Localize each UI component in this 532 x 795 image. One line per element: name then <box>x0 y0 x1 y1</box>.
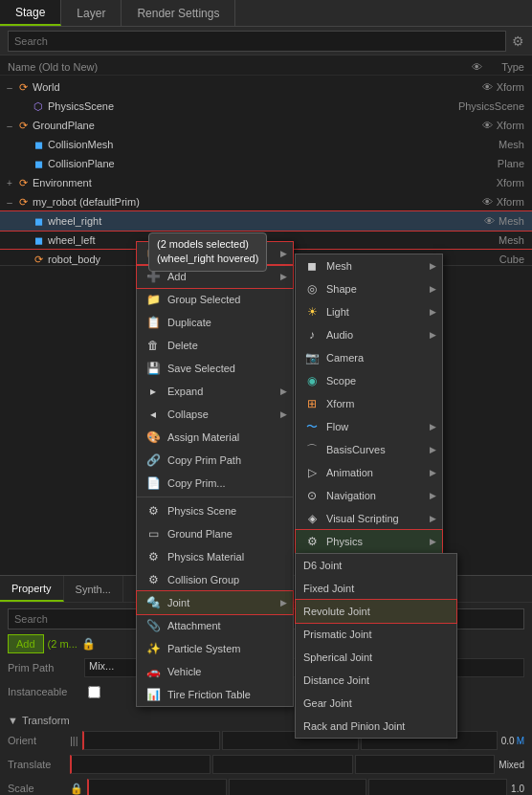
animation-icon: ▷ <box>303 466 321 479</box>
submenu-add-shape[interactable]: ◎ Shape <box>296 277 442 300</box>
eye-icon[interactable]: 👁 <box>482 81 493 93</box>
ctx-tire-friction[interactable]: 📊 Tire Friction Table <box>137 683 293 706</box>
translate-label: Translate <box>8 759 70 770</box>
tab-render-settings[interactable]: Render Settings <box>122 0 235 26</box>
xform-icon: ⊞ <box>303 397 321 410</box>
transform-label: Transform <box>22 715 70 726</box>
ctx-assign-material[interactable]: 🎨 Assign Material <box>137 426 293 449</box>
eye-icon[interactable]: 👁 <box>482 196 493 208</box>
orient-x-field[interactable] <box>82 731 220 750</box>
ctx-tire-label: Tire Friction Table <box>167 689 281 700</box>
joint-distance[interactable]: Distance Joint <box>296 669 456 692</box>
expand-icon: ▸ <box>144 385 162 398</box>
joint-gear[interactable]: Gear Joint <box>296 692 456 715</box>
scope-icon: ◉ <box>303 374 321 387</box>
joint-prismatic[interactable]: Prismatic Joint <box>296 623 456 646</box>
tab-property[interactable]: Property <box>0 576 64 602</box>
eye-icon[interactable]: 👁 <box>484 215 495 227</box>
submenu-add-visual-scripting[interactable]: ◈ Visual Scripting <box>296 507 442 530</box>
submenu-add-basis-curves[interactable]: ⌒ BasisCurves <box>296 438 442 461</box>
add-button[interactable]: Add <box>8 634 44 653</box>
ctx-physics-scene[interactable]: ⚙ Physics Scene <box>137 499 293 522</box>
scale-lock-icon[interactable]: 🔒 <box>70 783 83 795</box>
ctx-attachment-label: Attachment <box>167 620 281 631</box>
tab-layer[interactable]: Layer <box>61 0 122 26</box>
translate-y-field[interactable] <box>212 755 352 774</box>
joint-revolute[interactable]: Revolute Joint <box>296 600 456 623</box>
ctx-phys-mat-label: Physics Material <box>167 551 281 563</box>
joint-d6[interactable]: D6 Joint <box>296 554 456 577</box>
tree-row[interactable]: ◼ CollisionMesh Mesh <box>0 135 532 154</box>
submenu-add-xform[interactable]: ⊞ Xform <box>296 392 442 415</box>
ctx-attachment[interactable]: 📎 Attachment <box>137 614 293 637</box>
ctx-copy-prim-path[interactable]: 🔗 Copy Prim Path <box>137 449 293 472</box>
delete-icon: 🗑 <box>144 339 162 352</box>
tree-row[interactable]: – ⟳ my_robot (defaultPrim) 👁 Xform <box>0 192 532 211</box>
xform-icon: ⟳ <box>15 196 31 209</box>
lock-icon: 🔒 <box>81 637 96 651</box>
tab-synth[interactable]: Synth... <box>64 576 123 602</box>
ctx-delete[interactable]: 🗑 Delete <box>137 334 293 357</box>
submenu-add-flow[interactable]: 〜 Flow <box>296 415 442 438</box>
submenu-add-light[interactable]: ☀ Light <box>296 300 442 323</box>
tree-row[interactable]: – ⟳ GroundPlane 👁 Xform <box>0 116 532 135</box>
joint-fixed[interactable]: Fixed Joint <box>296 577 456 600</box>
ctx-vehicle[interactable]: 🚗 Vehicle <box>137 660 293 683</box>
search-input[interactable] <box>8 31 506 52</box>
submenu-add-audio[interactable]: ♪ Audio <box>296 323 442 346</box>
ctx-particle-label: Particle System <box>167 643 281 654</box>
translate-fields <box>70 755 495 774</box>
ctx-collapse[interactable]: ◂ Collapse <box>137 403 293 426</box>
ctx-collision-group[interactable]: ⚙ Collision Group <box>137 568 293 591</box>
ctx-duplicate-label: Duplicate <box>167 317 281 328</box>
submenu-add-animation[interactable]: ▷ Animation <box>296 461 442 484</box>
filter-icon[interactable]: ⚙ <box>512 33 524 49</box>
translate-z-field[interactable] <box>355 755 495 774</box>
eye-icon[interactable]: 👁 <box>482 120 493 131</box>
tree-row[interactable]: ⬡ PhysicsScene PhysicsScene <box>0 97 532 116</box>
ctx-save-selected[interactable]: 💾 Save Selected <box>137 357 293 380</box>
navigation-icon: ⊙ <box>303 489 321 502</box>
mesh-icon: ◼ <box>31 215 46 228</box>
audio-icon: ♪ <box>303 328 321 342</box>
scale-z-field[interactable] <box>368 779 507 795</box>
scale-y-field[interactable] <box>229 779 367 795</box>
tree-row[interactable]: ◼ CollisionPlane Plane <box>0 154 532 173</box>
ctx-ground-plane[interactable]: ▭ Ground Plane <box>137 522 293 545</box>
instanceable-checkbox[interactable] <box>88 686 100 698</box>
ctx-group-selected[interactable]: 📁 Group Selected <box>137 288 293 311</box>
ctx-physics-material[interactable]: ⚙ Physics Material <box>137 545 293 568</box>
submenu-flow-label: Flow <box>326 421 431 432</box>
ctx-particle-system[interactable]: ✨ Particle System <box>137 637 293 660</box>
joint-spherical[interactable]: Spherical Joint <box>296 646 456 669</box>
submenu-add-physics[interactable]: ⚙ Physics <box>296 530 442 553</box>
tree-row[interactable]: + ⟳ Environment Xform <box>0 173 532 192</box>
submenu-add-navigation[interactable]: ⊙ Navigation <box>296 484 442 507</box>
submenu-add-mesh[interactable]: ◼ Mesh <box>296 254 442 277</box>
ctx-add-label: Add <box>167 271 281 282</box>
tab-stage[interactable]: Stage <box>0 0 61 26</box>
submenu-add-camera[interactable]: 📷 Camera <box>296 346 442 369</box>
ctx-joint[interactable]: 🔩 Joint <box>137 591 293 614</box>
tree-row[interactable]: – ⟳ World 👁 Xform <box>0 77 532 97</box>
submenu-joint: D6 Joint Fixed Joint Revolute Joint Pris… <box>295 553 457 739</box>
ctx-copy-prim[interactable]: 📄 Copy Prim... <box>137 472 293 495</box>
scale-fields <box>87 779 507 795</box>
expand-transform-icon[interactable]: ▼ <box>8 715 18 726</box>
tree-row[interactable]: ◼ wheel_right 👁 Mesh <box>0 211 532 231</box>
submenu-xform-label: Xform <box>326 398 431 409</box>
ctx-save-label: Save Selected <box>167 363 281 374</box>
submenu-light-label: Light <box>326 306 431 318</box>
ctx-vehicle-label: Vehicle <box>167 666 281 677</box>
xform-icon: ⟳ <box>15 120 31 132</box>
translate-x-field[interactable] <box>70 755 211 774</box>
ctx-expand[interactable]: ▸ Expand <box>137 380 293 403</box>
prismatic-joint-label: Prismatic Joint <box>303 629 445 640</box>
joint-rack-pinion[interactable]: Rack and Pinion Joint <box>296 715 456 738</box>
expand-icon[interactable]: – <box>4 82 15 93</box>
submenu-add-scope[interactable]: ◉ Scope <box>296 369 442 392</box>
ctx-duplicate[interactable]: 📋 Duplicate <box>137 311 293 334</box>
phys-mat-icon: ⚙ <box>144 550 162 563</box>
scale-x-field[interactable] <box>87 779 227 795</box>
add-icon: ➕ <box>144 270 162 283</box>
